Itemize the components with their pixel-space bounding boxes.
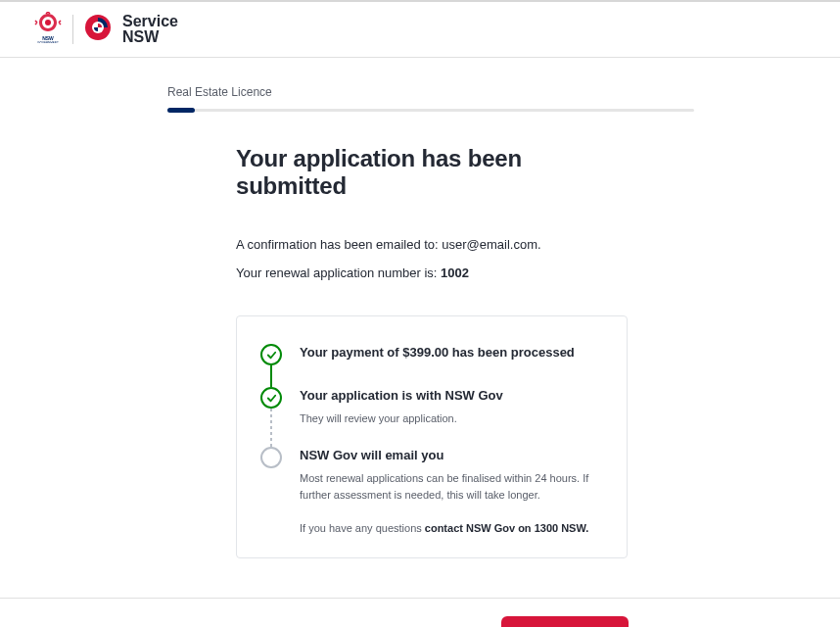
contact-line: If you have any questions contact NSW Go… — [300, 522, 603, 534]
step-icon-column — [260, 344, 282, 387]
renewal-number: 1002 — [441, 265, 469, 280]
pending-circle-icon — [260, 447, 282, 468]
renewal-number-line: Your renewal application number is: 1002 — [236, 265, 628, 280]
svg-point-0 — [45, 20, 51, 25]
step-body: Your application is with NSW Gov They wi… — [300, 387, 603, 447]
contact-phone: contact NSW Gov on 1300 NSW. — [425, 522, 588, 534]
check-circle-icon — [260, 344, 282, 365]
step-icon-column — [260, 447, 282, 534]
step-body: NSW Gov will email you Most renewal appl… — [300, 447, 603, 534]
logo-group: NSW GOVERNMENT Service NSW — [33, 12, 178, 47]
confirmation-prefix: A confirmation has been emailed to: — [236, 237, 442, 252]
svg-text:GOVERNMENT: GOVERNMENT — [37, 41, 59, 43]
contact-prefix: If you have any questions — [300, 522, 425, 534]
service-text-line1: Service — [122, 14, 178, 29]
step-description: Most renewal applications can be finalis… — [300, 470, 603, 503]
confirmation-email-line: A confirmation has been emailed to: user… — [236, 237, 628, 252]
site-header: NSW GOVERNMENT Service NSW — [0, 2, 840, 58]
step-review: Your application is with NSW Gov They wi… — [260, 387, 603, 447]
footer-bar: Finish — [0, 598, 840, 627]
logo-divider — [72, 15, 73, 44]
service-text-line2: NSW — [122, 29, 178, 45]
service-nsw-wordmark: Service NSW — [122, 14, 178, 45]
progress-label: Real Estate Licence — [167, 85, 694, 99]
renewal-prefix: Your renewal application number is: — [236, 265, 441, 280]
progress-section: Real Estate Licence — [167, 85, 694, 112]
step-title: Your payment of $399.00 has been process… — [300, 344, 603, 362]
confirmation-email: user@email.com. — [442, 237, 540, 252]
check-circle-icon — [260, 387, 282, 409]
step-email: NSW Gov will email you Most renewal appl… — [260, 447, 603, 534]
progress-track — [167, 109, 694, 112]
status-card: Your payment of $399.00 has been process… — [236, 315, 628, 558]
step-description: They will review your application. — [300, 410, 603, 427]
service-nsw-logo-icon — [83, 13, 113, 46]
progress-fill — [167, 108, 195, 113]
content-body: Your application has been submitted A co… — [236, 145, 628, 558]
step-connector — [270, 365, 272, 387]
step-icon-column — [260, 387, 282, 447]
step-title: Your application is with NSW Gov — [300, 387, 603, 405]
step-body: Your payment of $399.00 has been process… — [300, 344, 603, 387]
page-title: Your application has been submitted — [236, 145, 628, 200]
step-title: NSW Gov will email you — [300, 447, 603, 464]
step-connector — [270, 409, 272, 447]
finish-button[interactable]: Finish — [501, 616, 629, 627]
main-content: Real Estate Licence Your application has… — [0, 58, 840, 598]
nsw-gov-logo-icon: NSW GOVERNMENT — [33, 12, 63, 47]
step-payment: Your payment of $399.00 has been process… — [260, 344, 603, 387]
